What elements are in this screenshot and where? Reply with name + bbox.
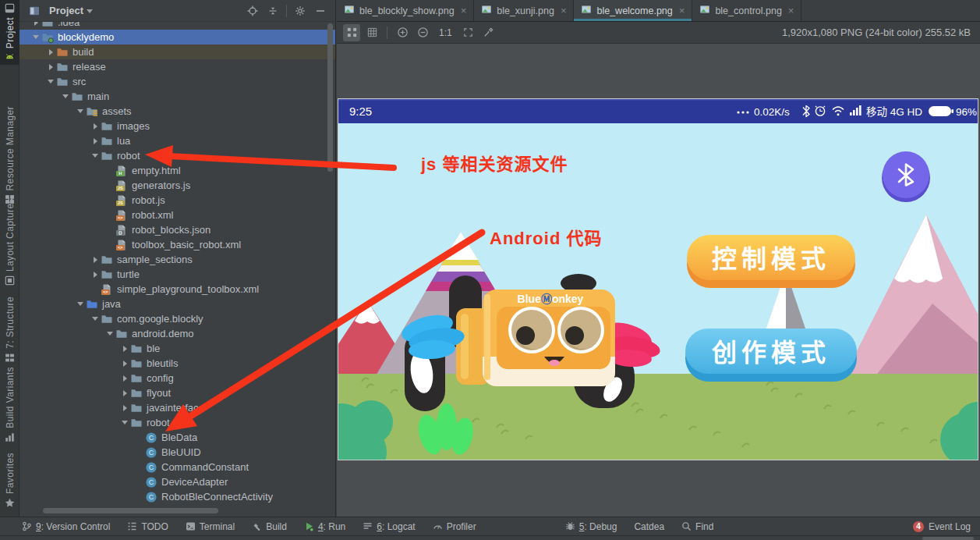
expand-arrow-icon[interactable] xyxy=(90,254,101,265)
tree-row[interactable]: CDeviceAdapter xyxy=(19,474,335,489)
tool-window-button-project[interactable]: Project xyxy=(0,0,19,65)
expand-arrow-icon[interactable] xyxy=(119,373,130,384)
tree-row[interactable]: flyout xyxy=(19,385,335,400)
statusbar-button-find[interactable]: Find xyxy=(681,521,713,532)
expand-arrow-icon[interactable] xyxy=(75,299,86,310)
tree-row[interactable]: sample_sections xyxy=(19,252,335,267)
tree-row[interactable]: android.demo xyxy=(19,326,335,341)
statusbar-button-catdea[interactable]: Catdea xyxy=(634,521,664,532)
statusbar-button-terminal[interactable]: Terminal xyxy=(186,521,235,532)
grid-icon[interactable] xyxy=(363,24,380,41)
memory-indicator[interactable] xyxy=(922,537,974,540)
expand-arrow-icon[interactable] xyxy=(30,22,41,28)
tool-window-button-layout-captures[interactable]: Layout Captures xyxy=(0,195,19,288)
tree-row[interactable]: <>robot.xml xyxy=(19,208,335,222)
zoom-to-fit-icon[interactable] xyxy=(343,24,360,41)
actual-size-button[interactable]: 1:1 xyxy=(439,27,452,38)
expand-arrow-icon[interactable] xyxy=(90,151,101,162)
tool-window-button-favorites[interactable]: Favorites xyxy=(0,449,19,510)
tree-row[interactable]: robot xyxy=(19,148,335,163)
frame-icon[interactable] xyxy=(460,24,477,41)
close-icon[interactable]: × xyxy=(678,5,685,16)
tree-row[interactable]: src xyxy=(19,74,335,89)
bluetooth-button[interactable] xyxy=(882,151,930,202)
statusbar-button-run[interactable]: 4: Run xyxy=(304,521,345,532)
tree-row[interactable]: CBleUUID xyxy=(19,445,335,460)
tree-row[interactable]: assets xyxy=(19,104,335,119)
event-log-button[interactable]: 4Event Log xyxy=(913,521,971,532)
tree-row[interactable]: com.google.blockly xyxy=(19,311,335,326)
tree-row[interactable]: <>simple_playground_toolbox.xml xyxy=(19,282,335,297)
tree-row[interactable]: javainterface xyxy=(19,400,335,415)
tree-row[interactable]: config xyxy=(19,371,335,385)
expand-arrow-icon[interactable] xyxy=(90,314,101,325)
expand-arrow-icon[interactable] xyxy=(75,106,86,117)
svg-text:C: C xyxy=(149,464,154,471)
chevron-down-icon[interactable] xyxy=(87,9,93,13)
expand-arrow-icon[interactable] xyxy=(30,32,41,43)
editor-tab[interactable]: ble_welcome.png× xyxy=(574,0,692,21)
expand-arrow-icon[interactable] xyxy=(119,358,130,369)
tree-row[interactable]: main xyxy=(19,89,335,104)
tree-row[interactable]: Hempty.html xyxy=(19,163,335,178)
settings-gear-icon[interactable] xyxy=(294,5,306,17)
hide-panel-icon[interactable] xyxy=(314,5,327,17)
tree-row[interactable]: images xyxy=(19,119,335,133)
indent-spacer xyxy=(134,432,145,443)
tree-row[interactable]: turtle xyxy=(19,267,335,282)
tree-row[interactable]: blocklydemo xyxy=(19,30,335,44)
expand-arrow-icon[interactable] xyxy=(119,403,130,414)
statusbar-button-logcat[interactable]: 6: Logcat xyxy=(363,521,415,532)
tree-row[interactable]: release xyxy=(19,59,335,74)
tool-window-button-build-variants[interactable]: Build Variants xyxy=(0,364,19,445)
tree-row[interactable]: CCommandConstant xyxy=(19,460,335,474)
expand-arrow-icon[interactable] xyxy=(45,62,56,73)
expand-arrow-icon[interactable] xyxy=(60,91,71,102)
statusbar-button-todo[interactable]: TODO xyxy=(127,521,168,532)
close-icon[interactable]: × xyxy=(787,5,794,16)
vertical-scrollbar[interactable] xyxy=(327,23,333,172)
editor-tab[interactable]: ble_xunji.png× xyxy=(474,0,574,21)
control-mode-button[interactable]: 控制模式 xyxy=(687,235,855,288)
class-icon: C xyxy=(145,446,161,459)
tree-row[interactable]: lua xyxy=(19,133,335,148)
tree-row[interactable]: JSgenerators.js xyxy=(19,178,335,193)
horizontal-scrollbar[interactable] xyxy=(43,508,218,513)
tool-window-button-resource-manager[interactable]: Resource Manager xyxy=(0,103,19,207)
tree-row[interactable]: bleutils xyxy=(19,356,335,371)
tree-row[interactable]: .idea xyxy=(19,22,335,30)
statusbar-button-build[interactable]: Build xyxy=(252,521,287,532)
tree-row[interactable]: JSrobot.js xyxy=(19,193,335,208)
expand-arrow-icon[interactable] xyxy=(119,343,130,354)
expand-arrow-icon[interactable] xyxy=(104,329,115,339)
editor-tab[interactable]: ble_blockly_show.png× xyxy=(337,0,474,21)
expand-arrow-icon[interactable] xyxy=(90,136,101,147)
collapse-all-icon[interactable] xyxy=(267,5,279,17)
tree-row[interactable]: robot xyxy=(19,415,335,430)
tree-row[interactable]: java xyxy=(19,297,335,311)
statusbar-button-debug[interactable]: 5: Debug xyxy=(565,521,617,532)
create-mode-button[interactable]: 创作模式 xyxy=(685,329,857,382)
tree-row[interactable]: build xyxy=(19,44,335,59)
close-icon[interactable]: × xyxy=(559,5,567,16)
expand-arrow-icon[interactable] xyxy=(45,76,56,87)
expand-arrow-icon[interactable] xyxy=(90,269,101,280)
tree-row[interactable]: ble xyxy=(19,341,335,356)
expand-arrow-icon[interactable] xyxy=(119,388,130,399)
zoom-in-icon[interactable] xyxy=(394,24,411,41)
statusbar-button-profiler[interactable]: Profiler xyxy=(433,521,476,532)
editor-tab[interactable]: ble_control.png× xyxy=(692,0,801,21)
zoom-out-icon[interactable] xyxy=(414,24,431,41)
tree-row[interactable]: CBleData xyxy=(19,430,335,445)
expand-arrow-icon[interactable] xyxy=(119,417,130,428)
statusbar-button-version-control[interactable]: 9: Version Control xyxy=(22,521,110,532)
color-picker-icon[interactable] xyxy=(480,24,497,41)
locate-icon[interactable] xyxy=(246,5,259,17)
expand-arrow-icon[interactable] xyxy=(90,121,101,132)
close-icon[interactable]: × xyxy=(459,5,467,16)
tree-row[interactable]: CRobotBleConnectActivity xyxy=(19,489,335,503)
tree-row[interactable]: <>toolbox_basic_robot.xml xyxy=(19,237,335,252)
expand-arrow-icon[interactable] xyxy=(45,47,56,58)
tool-window-button--structure[interactable]: 7: Structure xyxy=(0,293,19,365)
tree-row[interactable]: {}robot_blocks.json xyxy=(19,222,335,237)
